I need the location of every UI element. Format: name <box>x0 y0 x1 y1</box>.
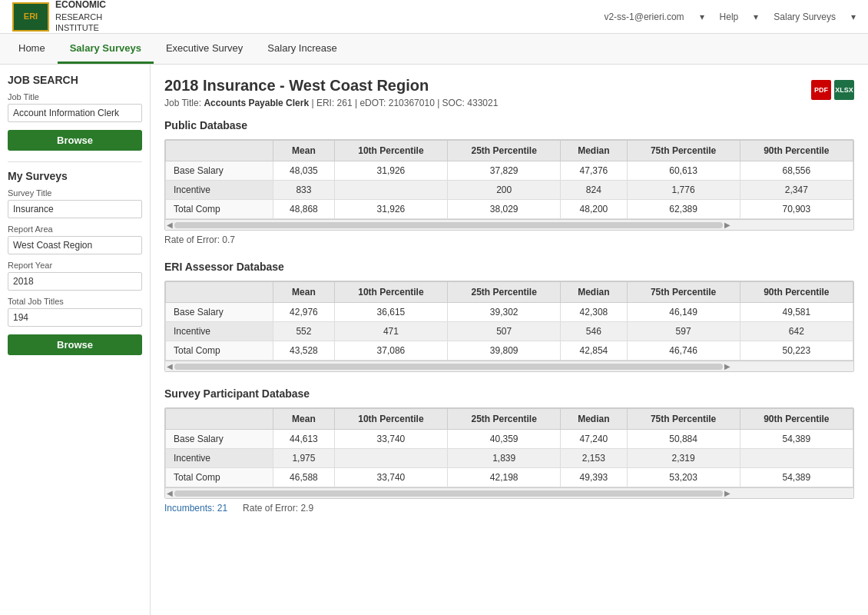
public-base-p25: 37,829 <box>448 161 561 181</box>
participant-base-p10: 33,740 <box>334 430 447 449</box>
participant-scrollbar[interactable]: ◀ ▶ <box>165 487 853 498</box>
job-title-input[interactable] <box>8 104 142 122</box>
company-name: ECONOMICRESEARCHINSTITUTE <box>55 0 106 34</box>
participant-base-salary-label: Base Salary <box>166 430 273 449</box>
public-database-title: Public Database <box>164 119 854 131</box>
scroll-left-icon[interactable]: ◀ <box>167 221 173 229</box>
assessor-table-wrapper[interactable]: Mean 10th Percentile 25th Percentile Med… <box>164 281 854 372</box>
col-p75-header: 75th Percentile <box>627 141 740 161</box>
scroll-left-icon[interactable]: ◀ <box>167 489 173 497</box>
public-incentive-p25: 200 <box>448 181 561 200</box>
browse2-button[interactable]: Browse <box>8 334 142 355</box>
participant-total-comp-label: Total Comp <box>166 468 273 487</box>
public-table-wrapper[interactable]: Mean 10th Percentile 25th Percentile Med… <box>164 139 854 231</box>
assessor-incentive-median: 546 <box>561 322 627 341</box>
participant-total-median: 49,393 <box>561 468 627 487</box>
assessor-total-comp-label: Total Comp <box>166 341 273 361</box>
participant-base-p75: 50,884 <box>627 430 740 449</box>
participant-base-p25: 40,359 <box>448 430 561 449</box>
public-incentive-label: Incentive <box>166 181 273 200</box>
public-database-section: Public Database Mean 10th Percentile 25t… <box>164 119 854 245</box>
table-row: Total Comp 48,868 31,926 38,029 48,200 6… <box>166 200 853 219</box>
edot-code: eDOT: 210367010 <box>359 98 434 108</box>
assessor-base-p10: 36,615 <box>334 303 447 322</box>
main-nav: Home Salary Surveys Executive Survey Sal… <box>0 34 868 65</box>
nav-salary-increase[interactable]: Salary Increase <box>255 34 349 64</box>
main-content: 2018 Insurance - West Coast Region Job T… <box>151 65 868 615</box>
scroll-right-icon[interactable]: ▶ <box>724 221 731 229</box>
help-dropdown-icon[interactable]: ▾ <box>754 12 758 22</box>
xlsx-export-button[interactable]: XLSX <box>834 80 854 100</box>
salary-surveys-menu[interactable]: Salary Surveys <box>774 12 836 22</box>
col-p75-header: 75th Percentile <box>627 282 740 303</box>
sidebar-divider <box>8 161 142 162</box>
job-title-label: Job Title <box>8 92 142 101</box>
top-bar: ERI ECONOMICRESEARCHINSTITUTE v2-ss-1@er… <box>0 0 868 34</box>
participant-table-wrapper[interactable]: Mean 10th Percentile 25th Percentile Med… <box>164 407 854 499</box>
my-surveys-title: My Surveys <box>8 170 142 182</box>
scroll-thumb[interactable] <box>174 490 723 497</box>
report-year-input[interactable] <box>8 272 142 291</box>
nav-home[interactable]: Home <box>6 34 58 64</box>
assessor-total-median: 42,854 <box>561 341 627 361</box>
participant-total-p25: 42,198 <box>448 468 561 487</box>
total-job-titles-input[interactable] <box>8 308 142 327</box>
layout: JOB SEARCH Job Title Browse My Surveys S… <box>0 65 868 615</box>
browse-button[interactable]: Browse <box>8 130 142 151</box>
incumbents-link[interactable]: Incumbents: 21 <box>164 503 227 514</box>
user-dropdown-icon[interactable]: ▾ <box>700 12 704 22</box>
participant-total-p90: 54,389 <box>740 468 853 487</box>
salary-surveys-dropdown-icon[interactable]: ▾ <box>851 12 856 22</box>
survey-title-input[interactable] <box>8 200 142 218</box>
public-incentive-median: 824 <box>561 181 627 200</box>
assessor-database-section: ERI Assessor Database Mean 10th Percenti… <box>164 261 854 372</box>
assessor-incentive-p25: 507 <box>448 322 561 341</box>
assessor-total-p10: 37,086 <box>334 341 447 361</box>
table-row: Base Salary 42,976 36,615 39,302 42,308 … <box>166 303 853 322</box>
nav-salary-surveys[interactable]: Salary Surveys <box>58 34 154 64</box>
assessor-base-salary-label: Base Salary <box>166 303 273 322</box>
public-base-p90: 68,556 <box>740 161 853 181</box>
table-row: Total Comp 43,528 37,086 39,809 42,854 4… <box>166 341 853 361</box>
user-menu[interactable]: v2-ss-1@erieri.com <box>604 12 684 22</box>
assessor-scrollbar[interactable]: ◀ ▶ <box>165 361 853 371</box>
assessor-total-mean: 43,528 <box>273 341 335 361</box>
public-database-table: Mean 10th Percentile 25th Percentile Med… <box>165 140 853 219</box>
table-row: Incentive 552 471 507 546 597 642 <box>166 322 853 341</box>
col-p90-header: 90th Percentile <box>740 409 853 430</box>
public-base-p10: 31,926 <box>334 161 447 181</box>
assessor-database-table: Mean 10th Percentile 25th Percentile Med… <box>165 281 853 361</box>
assessor-incentive-p90: 642 <box>740 322 853 341</box>
scroll-right-icon[interactable]: ▶ <box>724 489 731 497</box>
assessor-base-p25: 39,302 <box>448 303 561 322</box>
col-label-header <box>166 409 273 430</box>
public-total-p25: 38,029 <box>448 200 561 219</box>
col-p25-header: 25th Percentile <box>448 282 561 303</box>
public-base-salary-label: Base Salary <box>166 161 273 181</box>
help-menu[interactable]: Help <box>720 12 739 22</box>
scroll-thumb[interactable] <box>174 222 723 228</box>
scroll-right-icon[interactable]: ▶ <box>724 362 731 371</box>
nav-executive-survey[interactable]: Executive Survey <box>154 34 255 64</box>
participant-rate-of-error: Rate of Error: 2.9 <box>243 503 313 514</box>
report-area-label: Report Area <box>8 224 142 234</box>
assessor-total-p75: 46,746 <box>627 341 740 361</box>
public-incentive-mean: 833 <box>273 181 335 200</box>
col-mean-header: Mean <box>273 141 335 161</box>
scroll-thumb[interactable] <box>174 364 723 370</box>
eri-code: ERI: 261 <box>316 98 353 108</box>
col-p90-header: 90th Percentile <box>740 141 853 161</box>
col-p10-header: 10th Percentile <box>334 409 447 430</box>
soc-code: SOC: 433021 <box>442 98 499 108</box>
table-row: Base Salary 48,035 31,926 37,829 47,376 … <box>166 161 853 181</box>
pdf-export-button[interactable]: PDF <box>811 80 831 100</box>
participant-incentive-p90 <box>740 449 853 468</box>
participant-incentive-median: 2,153 <box>561 449 627 468</box>
public-scrollbar[interactable]: ◀ ▶ <box>165 219 853 230</box>
scroll-left-icon[interactable]: ◀ <box>167 362 173 371</box>
participant-incentive-p25: 1,839 <box>448 449 561 468</box>
subtitle-prefix: Job Title: <box>164 98 201 108</box>
col-p10-header: 10th Percentile <box>334 141 447 161</box>
report-area-input[interactable] <box>8 236 142 254</box>
col-p75-header: 75th Percentile <box>627 409 740 430</box>
